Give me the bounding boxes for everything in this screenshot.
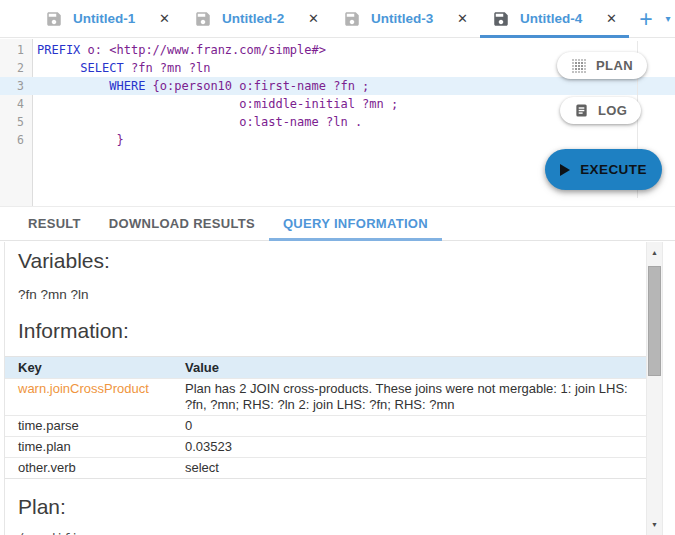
value-cell: 0 [185, 416, 646, 437]
editor-tab-untitled-1[interactable]: Untitled-1✕ [33, 0, 182, 37]
save-icon [194, 10, 212, 28]
line-number: 3 [0, 77, 33, 95]
editor-tab-untitled-2[interactable]: Untitled-2✕ [182, 0, 331, 37]
results-tab-query-information[interactable]: QUERY INFORMATION [269, 207, 442, 240]
table-row: time.parse0 [5, 416, 646, 437]
plan-button-label: PLAN [596, 58, 633, 73]
close-icon[interactable]: ✕ [308, 12, 319, 25]
scrollbar-thumb[interactable] [648, 266, 661, 376]
value-cell: select [185, 458, 646, 479]
code-text: PREFIX o: <http://www.franz.com/simple#> [33, 41, 326, 59]
code-text: o:middle-initial ?mn ; [33, 95, 398, 113]
variables-value: ?fn ?mn ?ln [18, 287, 646, 302]
code-text: o:last-name ?ln . [33, 113, 362, 131]
value-cell: Plan has 2 JOIN cross-products. These jo… [185, 379, 646, 416]
close-icon[interactable]: ✕ [159, 12, 170, 25]
column-header: Value [185, 357, 646, 379]
table-row: other.verbselect [5, 458, 646, 479]
results-tabbar: RESULTDOWNLOAD RESULTSQUERY INFORMATION [0, 207, 675, 241]
tab-label: Untitled-3 [371, 11, 447, 26]
execute-button[interactable]: EXECUTE [545, 149, 662, 190]
information-heading: Information: [18, 319, 646, 343]
tab-label: Untitled-1 [73, 11, 149, 26]
save-icon [45, 10, 63, 28]
key-cell: warn.joinCrossProduct [5, 379, 185, 416]
results-tab-result[interactable]: RESULT [14, 207, 95, 240]
code-text: WHERE {o:person10 o:first-name ?fn ; [33, 77, 369, 95]
plan-button[interactable]: PLAN [557, 52, 647, 79]
document-icon [574, 103, 589, 118]
save-icon [492, 10, 510, 28]
variables-heading: Variables: [18, 249, 646, 273]
information-table-body: warn.joinCrossProductPlan has 2 JOIN cro… [5, 379, 646, 479]
editor-tabbar-tabs: Untitled-1✕Untitled-2✕Untitled-3✕Untitle… [33, 0, 629, 37]
code-text: } [33, 131, 124, 149]
plan-heading: Plan: [18, 495, 646, 519]
line-number: 6 [0, 131, 33, 149]
log-button[interactable]: LOG [560, 97, 641, 124]
value-cell: 0.03523 [185, 437, 646, 458]
table-row: warn.joinCrossProductPlan has 2 JOIN cro… [5, 379, 646, 416]
information-table: KeyValue warn.joinCrossProductPlan has 2… [5, 356, 646, 479]
play-icon [560, 164, 570, 176]
key-cell: time.plan [5, 437, 185, 458]
code-line[interactable]: 3 WHERE {o:person10 o:first-name ?fn ; [0, 77, 675, 95]
editor-tabbar: Untitled-1✕Untitled-2✕Untitled-3✕Untitle… [0, 0, 675, 38]
column-header: Key [5, 357, 185, 379]
key-cell: other.verb [5, 458, 185, 479]
close-icon[interactable]: ✕ [606, 12, 617, 25]
new-tab-button[interactable]: + [633, 5, 659, 33]
scroll-down-icon[interactable]: ▼ [647, 521, 662, 528]
editor-tab-untitled-4[interactable]: Untitled-4✕ [480, 0, 629, 37]
code-text: SELECT ?fn ?mn ?ln [33, 59, 210, 77]
scroll-up-icon[interactable]: ▲ [647, 249, 662, 256]
save-icon [343, 10, 361, 28]
tab-label: Untitled-4 [520, 11, 596, 26]
line-number: 5 [0, 113, 33, 131]
line-number: 1 [0, 41, 33, 59]
plan-output: (:modifiers :project ?fn ?mn ?ln [18, 529, 646, 535]
line-number: 2 [0, 59, 33, 77]
execute-button-label: EXECUTE [580, 162, 647, 177]
log-button-label: LOG [598, 103, 627, 118]
information-table-head: KeyValue [5, 357, 646, 379]
tab-label: Untitled-2 [222, 11, 298, 26]
results-tab-download-results[interactable]: DOWNLOAD RESULTS [95, 207, 269, 240]
table-row: time.plan0.03523 [5, 437, 646, 458]
line-number: 4 [0, 95, 33, 113]
editor-tab-untitled-3[interactable]: Untitled-3✕ [331, 0, 480, 37]
close-icon[interactable]: ✕ [457, 12, 468, 25]
query-information-panel: Variables: ?fn ?mn ?ln Information: KeyV… [0, 242, 675, 535]
results-scrollbar[interactable]: ▲ ▼ [646, 242, 663, 535]
grid-dots-icon [571, 58, 587, 74]
key-cell: time.parse [5, 416, 185, 437]
code-line[interactable]: 6 } [0, 131, 675, 149]
tab-menu-caret-icon[interactable]: ▾ [661, 13, 675, 27]
